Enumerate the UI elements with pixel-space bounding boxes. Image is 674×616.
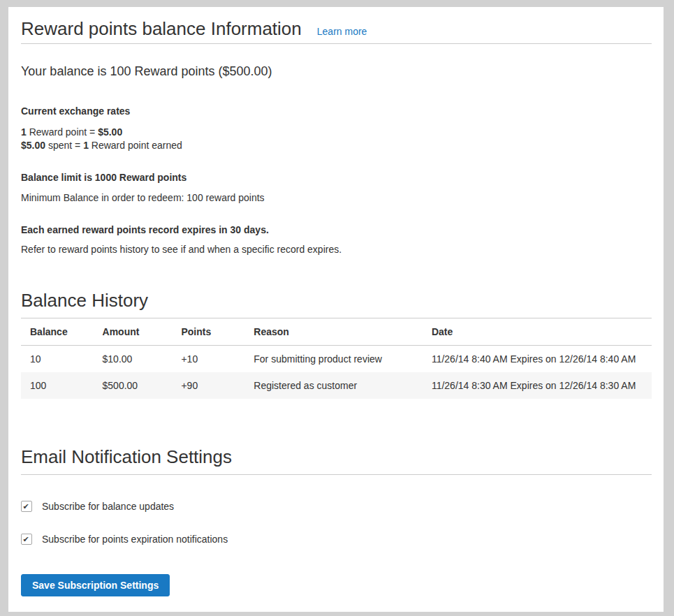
cell-amount: $500.00 <box>96 372 175 399</box>
expiration-notifications-label[interactable]: Subscribe for points expiration notifica… <box>42 534 228 545</box>
rate-text: Reward point = <box>27 126 98 138</box>
balance-history-heading: Balance History <box>21 290 652 318</box>
save-subscription-button[interactable]: Save Subscription Settings <box>21 574 170 596</box>
rate-value: 1 <box>21 126 27 138</box>
rate-value: $5.00 <box>21 140 45 151</box>
page-header: Reward points balance Information Learn … <box>21 18 652 44</box>
rate-value: 1 <box>83 140 89 151</box>
cell-amount: $10.00 <box>96 346 175 373</box>
email-settings-heading: Email Notification Settings <box>21 446 652 475</box>
balance-updates-option: Subscribe for balance updates <box>21 501 652 512</box>
rate-text: Reward point earned <box>89 140 182 151</box>
expiration-notifications-checkbox[interactable] <box>21 534 32 545</box>
email-notification-section: Email Notification Settings Subscribe fo… <box>21 446 652 596</box>
column-header-amount: Amount <box>96 318 175 346</box>
cell-reason: Registered as customer <box>247 372 425 399</box>
expiration-notifications-option: Subscribe for points expiration notifica… <box>21 534 652 545</box>
cell-points: +10 <box>174 346 247 373</box>
cell-date: 11/26/14 8:30 AM Expires on 12/26/14 8:3… <box>425 372 652 399</box>
exchange-rate-line-1: 1 Reward point = $5.00 <box>21 126 652 139</box>
table-header-row: Balance Amount Points Reason Date <box>21 318 652 346</box>
table-row: 10 $10.00 +10 For submitting product rev… <box>21 346 652 373</box>
cell-reason: For submitting product review <box>247 346 425 373</box>
column-header-reason: Reason <box>247 318 425 346</box>
column-header-balance: Balance <box>21 318 96 346</box>
balance-history-table: Balance Amount Points Reason Date 10 $10… <box>21 318 652 399</box>
balance-updates-checkbox[interactable] <box>21 501 32 512</box>
column-header-points: Points <box>174 318 247 346</box>
expiry-note-text: Refer to reward points history to see if… <box>21 244 652 255</box>
balance-summary: Your balance is 100 Reward points ($500.… <box>21 64 652 79</box>
table-row: 100 $500.00 +90 Registered as customer 1… <box>21 372 652 399</box>
minimum-balance-text: Minimum Balance in order to redeem: 100 … <box>21 192 652 203</box>
cell-balance: 10 <box>21 346 96 373</box>
page-title: Reward points balance Information <box>21 18 302 39</box>
exchange-rate-line-2: $5.00 spent = 1 Reward point earned <box>21 139 652 152</box>
cell-points: +90 <box>174 372 247 399</box>
balance-updates-label[interactable]: Subscribe for balance updates <box>42 501 174 512</box>
expiry-text: Each earned reward points record expires… <box>21 224 652 235</box>
column-header-date: Date <box>425 318 652 346</box>
reward-points-card: Reward points balance Information Learn … <box>8 7 664 612</box>
exchange-rates-heading: Current exchange rates <box>21 105 652 117</box>
balance-limit-text: Balance limit is 1000 Reward points <box>21 172 652 183</box>
exchange-rates: 1 Reward point = $5.00 $5.00 spent = 1 R… <box>21 126 652 152</box>
rate-text: spent = <box>45 140 83 151</box>
learn-more-link[interactable]: Learn more <box>317 26 367 37</box>
cell-date: 11/26/14 8:40 AM Expires on 12/26/14 8:4… <box>425 346 652 373</box>
cell-balance: 100 <box>21 372 96 399</box>
balance-history-section: Balance History Balance Amount Points Re… <box>21 290 652 399</box>
rate-value: $5.00 <box>98 126 122 138</box>
